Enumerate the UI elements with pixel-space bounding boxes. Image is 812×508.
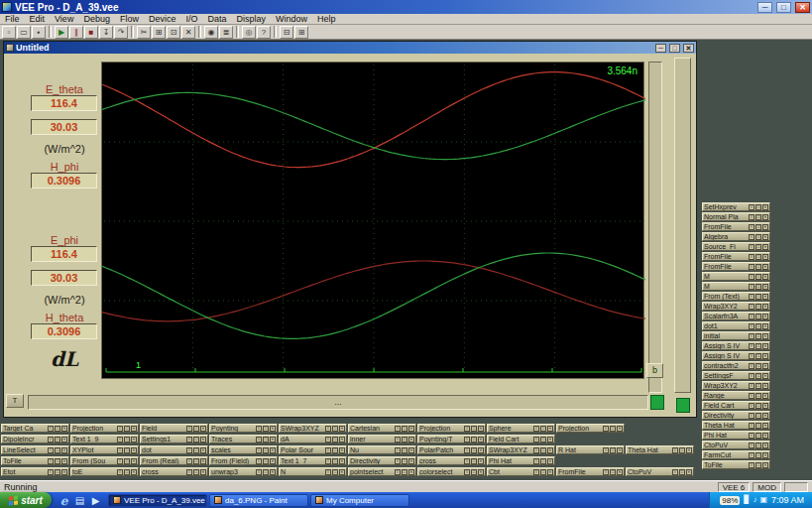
object-menu-button[interactable]: ≡ xyxy=(603,447,609,453)
object-menu-button[interactable]: ≡ xyxy=(749,284,754,290)
collapsed-object[interactable]: contractfn2≡□✕ xyxy=(702,361,770,370)
collapsed-object[interactable]: dA≡□✕ xyxy=(279,435,347,444)
start-button[interactable]: start xyxy=(0,492,52,508)
object-menu-button[interactable]: ≡ xyxy=(533,437,539,443)
collapsed-object[interactable]: cross_≡□✕ xyxy=(417,456,486,465)
collapsed-object[interactable]: M_≡□✕ xyxy=(702,282,770,291)
object-close-button[interactable]: ✕ xyxy=(762,304,768,310)
object-close-button[interactable]: ✕ xyxy=(478,458,484,464)
object-menu-button[interactable]: ≡ xyxy=(395,447,401,453)
object-expand-button[interactable]: □ xyxy=(124,458,130,464)
object-expand-button[interactable]: □ xyxy=(124,437,130,443)
horizontal-scroll-thumb[interactable] xyxy=(650,395,664,410)
object-expand-button[interactable]: □ xyxy=(755,433,761,439)
object-expand-button[interactable]: □ xyxy=(402,426,407,432)
collapsed-object[interactable]: Range≡□✕ xyxy=(702,391,770,400)
object-expand-button[interactable]: □ xyxy=(332,437,338,443)
media-player-icon[interactable]: ▶ xyxy=(89,494,102,507)
object-expand-button[interactable]: □ xyxy=(755,333,761,339)
object-menu-button[interactable]: ≡ xyxy=(48,458,54,464)
object-close-button[interactable]: ✕ xyxy=(339,426,345,432)
object-close-button[interactable]: ✕ xyxy=(61,426,67,432)
object-menu-button[interactable]: ≡ xyxy=(749,452,754,458)
print-button[interactable]: ≣ xyxy=(219,26,233,39)
close-button[interactable]: ✕ xyxy=(795,2,810,13)
object-menu-button[interactable]: ≡ xyxy=(749,413,754,419)
collapsed-object-t[interactable]: T xyxy=(6,394,24,408)
collapsed-object[interactable]: cross≡□✕ xyxy=(140,467,208,476)
object-close-button[interactable]: ✕ xyxy=(762,274,768,280)
object-menu-button[interactable]: ≡ xyxy=(464,458,470,464)
object-close-button[interactable]: ✕ xyxy=(478,437,484,443)
object-menu-button[interactable]: ≡ xyxy=(186,437,192,443)
object-expand-button[interactable]: □ xyxy=(755,323,761,329)
taskbar-task[interactable]: VEE Pro - D_A_39.vee xyxy=(108,494,207,507)
child-minimize-button[interactable]: ─ xyxy=(655,44,666,53)
menu-data[interactable]: Data xyxy=(202,14,231,25)
collapsed-object[interactable]: SetHxprev≡□✕ xyxy=(702,202,770,211)
object-expand-button[interactable]: □ xyxy=(471,458,477,464)
object-menu-button[interactable]: ≡ xyxy=(325,447,331,453)
object-expand-button[interactable]: □ xyxy=(193,469,199,475)
object-close-button[interactable]: ✕ xyxy=(762,294,768,300)
menu-device[interactable]: Device xyxy=(144,14,181,25)
run-button[interactable]: ▶ xyxy=(55,26,68,39)
object-close-button[interactable]: ✕ xyxy=(61,458,67,464)
collapsed-object[interactable]: CtoPuV≡□✕ xyxy=(626,467,694,476)
object-expand-button[interactable]: □ xyxy=(755,462,761,468)
stop-button[interactable]: ■ xyxy=(84,26,98,39)
object-close-button[interactable]: ✕ xyxy=(762,314,768,319)
object-expand-button[interactable]: □ xyxy=(402,447,407,453)
object-close-button[interactable]: ✕ xyxy=(478,447,484,453)
collapsed-object[interactable]: Projection≡□✕ xyxy=(417,424,486,433)
object-menu-button[interactable]: ≡ xyxy=(395,458,401,464)
collapsed-object[interactable]: FromFile≡□✕ xyxy=(702,252,770,261)
object-menu-button[interactable]: ≡ xyxy=(395,469,401,475)
collapsed-object[interactable]: ToFile≡□✕ xyxy=(702,460,770,469)
object-expand-button[interactable]: □ xyxy=(332,447,338,453)
object-menu-button[interactable]: ≡ xyxy=(325,469,331,475)
object-close-button[interactable]: ✕ xyxy=(408,426,414,432)
object-expand-button[interactable]: □ xyxy=(263,458,269,464)
object-menu-button[interactable]: ≡ xyxy=(325,426,331,432)
object-expand-button[interactable]: □ xyxy=(755,423,761,429)
object-expand-button[interactable]: □ xyxy=(55,458,60,464)
object-expand-button[interactable]: □ xyxy=(610,469,616,475)
object-expand-button[interactable]: □ xyxy=(755,443,761,448)
object-close-button[interactable]: ✕ xyxy=(762,244,768,250)
collapsed-object[interactable]: From (Sou≡□✕ xyxy=(70,456,139,465)
object-menu-button[interactable]: ≡ xyxy=(749,274,754,280)
object-close-button[interactable]: ✕ xyxy=(547,469,553,475)
object-close-button[interactable]: ✕ xyxy=(762,353,768,359)
object-menu-button[interactable]: ≡ xyxy=(749,373,754,379)
object-menu-button[interactable]: ≡ xyxy=(464,447,470,453)
collapsed-object[interactable]: Theta Hat≡□✕ xyxy=(702,421,770,430)
object-menu-button[interactable]: ≡ xyxy=(749,383,754,389)
object-close-button[interactable]: ✕ xyxy=(200,447,206,453)
object-expand-button[interactable]: □ xyxy=(755,254,761,260)
object-menu-button[interactable]: ≡ xyxy=(749,403,754,409)
object-expand-button[interactable]: □ xyxy=(755,343,761,349)
child-close-button[interactable]: ✕ xyxy=(683,44,694,53)
object-close-button[interactable]: ✕ xyxy=(762,373,768,379)
object-menu-button[interactable]: ≡ xyxy=(749,343,754,349)
step-over-button[interactable]: ↷ xyxy=(114,26,128,39)
object-menu-button[interactable]: ≡ xyxy=(395,437,401,443)
collapsed-object[interactable]: Etot≡□✕ xyxy=(1,467,69,476)
collapsed-object[interactable]: Nu≡□✕ xyxy=(348,445,416,454)
object-expand-button[interactable]: □ xyxy=(124,447,130,453)
object-close-button[interactable]: ✕ xyxy=(270,437,276,443)
object-menu-button[interactable]: ≡ xyxy=(603,426,609,432)
object-expand-button[interactable]: □ xyxy=(755,363,761,369)
scale-b-box[interactable]: b xyxy=(646,363,663,378)
object-menu-button[interactable]: ≡ xyxy=(117,437,123,443)
object-menu-button[interactable]: ≡ xyxy=(749,224,754,230)
object-expand-button[interactable]: □ xyxy=(540,437,546,443)
object-expand-button[interactable]: □ xyxy=(755,314,761,319)
child-restore-button[interactable]: □ xyxy=(669,44,680,53)
collapsed-object[interactable]: SWrap3XYZ≡□✕ xyxy=(279,424,347,433)
collapsed-object[interactable]: dot1≡□✕ xyxy=(702,321,770,330)
object-menu-button[interactable]: ≡ xyxy=(533,469,539,475)
object-menu-button[interactable]: ≡ xyxy=(533,426,539,432)
object-expand-button[interactable]: □ xyxy=(55,437,60,443)
